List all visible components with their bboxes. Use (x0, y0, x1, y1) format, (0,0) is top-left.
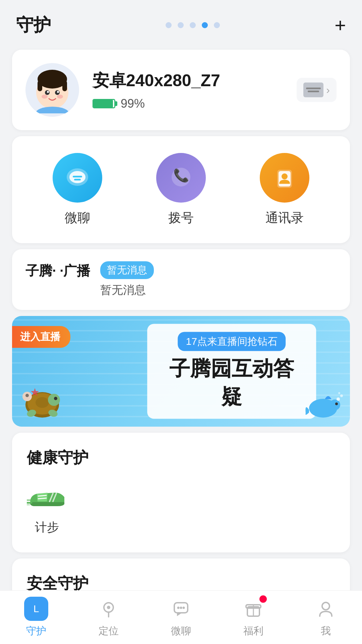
svg-point-36 (338, 392, 340, 394)
action-dial[interactable]: 📞 拨号 (156, 153, 206, 226)
dot-4-active (202, 22, 208, 28)
dot-1 (166, 22, 172, 28)
svg-point-29 (25, 394, 29, 397)
contacts-label: 通讯录 (265, 209, 304, 226)
dolphin-decoration (303, 390, 343, 423)
action-weichat[interactable]: 微聊 (53, 153, 102, 226)
action-contacts[interactable]: 通讯录 (260, 153, 309, 226)
svg-point-11 (36, 107, 69, 113)
nav-me[interactable]: 我 (290, 597, 362, 638)
svg-line-38 (38, 498, 46, 499)
svg-point-8 (42, 95, 48, 99)
svg-point-6 (47, 91, 49, 93)
svg-point-33 (335, 402, 338, 405)
svg-point-55 (322, 602, 329, 610)
svg-point-46 (107, 606, 110, 609)
dot-3 (190, 22, 196, 28)
nav-welfare[interactable]: 福利 (217, 597, 290, 638)
page-indicator (166, 22, 220, 28)
weichat-icon (53, 153, 102, 203)
guard-icon: L (29, 601, 44, 616)
health-items: 计步 (27, 480, 335, 536)
svg-point-7 (57, 91, 59, 93)
welfare-icon (245, 600, 262, 618)
broadcast-badge: 暂无消息 (100, 261, 154, 279)
me-icon (317, 600, 335, 618)
broadcast-title: 子腾· ·广播 (25, 261, 90, 280)
weichat-label: 微聊 (65, 209, 90, 226)
profile-detail-button[interactable]: › (297, 78, 337, 102)
svg-point-20 (282, 173, 288, 179)
health-section-title: 健康守护 (27, 447, 335, 468)
svg-point-32 (329, 399, 340, 410)
nav-guard-label: 守护 (26, 624, 46, 638)
steps-item[interactable]: 计步 (27, 480, 67, 536)
turtle-decoration (19, 383, 66, 420)
svg-point-50 (180, 607, 182, 609)
svg-point-24 (48, 394, 60, 406)
nav-chat[interactable]: 微聊 (145, 597, 217, 638)
location-icon (100, 600, 117, 618)
id-card-icon (303, 83, 323, 97)
arrow-right-icon: › (326, 84, 330, 96)
svg-point-34 (337, 397, 340, 401)
nav-welfare-label: 福利 (243, 624, 263, 638)
svg-rect-3 (62, 80, 67, 91)
svg-text:L: L (34, 603, 39, 614)
svg-point-49 (177, 607, 180, 609)
bottom-navigation: L 守护 定位 微聊 (0, 590, 362, 644)
svg-line-37 (38, 495, 46, 496)
dot-2 (178, 22, 184, 28)
nav-location[interactable]: 定位 (72, 597, 145, 638)
profile-name: 安卓240x280_Z7 (93, 69, 283, 92)
profile-card: 安卓240x280_Z7 99% › (12, 50, 350, 130)
svg-point-25 (54, 397, 57, 400)
nav-me-label: 我 (321, 624, 331, 638)
svg-point-35 (340, 394, 343, 397)
svg-point-23 (36, 397, 49, 408)
banner-main-text: 子腾园互动答疑 (164, 355, 299, 411)
banner-diamond-text: 17点来直播间抢钻石 (178, 332, 286, 351)
steps-icon (27, 480, 67, 514)
battery-icon (93, 99, 115, 108)
broadcast-card: 子腾· ·广播 暂无消息 暂无消息 (12, 249, 350, 310)
broadcast-subtitle: 暂无消息 (100, 282, 337, 298)
chat-icon (172, 600, 190, 618)
nav-location-label: 定位 (99, 624, 119, 638)
svg-rect-15 (74, 179, 81, 180)
quick-actions-card: 微聊 📞 拨号 通讯录 (12, 136, 350, 243)
nav-chat-label: 微聊 (171, 624, 191, 638)
avatar (25, 63, 79, 117)
banner-content-box: 17点来直播间抢钻石 子腾园互动答疑 (147, 324, 316, 419)
live-banner[interactable]: 进入直播 17点来直播 (12, 316, 350, 427)
health-section: 健康守护 (12, 433, 350, 552)
svg-point-9 (57, 95, 63, 99)
top-navigation: 守护 + (0, 0, 362, 44)
svg-rect-2 (38, 80, 42, 91)
svg-rect-14 (73, 176, 82, 177)
nav-guard-active-bg: L (24, 597, 48, 621)
dot-5 (214, 22, 220, 28)
avatar-svg (29, 66, 76, 113)
dial-label: 拨号 (168, 209, 194, 226)
battery-percent: 99% (121, 97, 145, 111)
welfare-badge (259, 595, 267, 603)
svg-point-51 (183, 607, 185, 609)
broadcast-content: 暂无消息 暂无消息 (100, 261, 337, 298)
svg-text:📞: 📞 (173, 168, 189, 183)
add-button[interactable]: + (335, 15, 346, 35)
profile-info: 安卓240x280_Z7 99% (93, 69, 283, 111)
nav-guard[interactable]: L 守护 (0, 597, 72, 638)
live-button[interactable]: 进入直播 (12, 326, 70, 348)
steps-label: 计步 (35, 519, 59, 536)
battery-row: 99% (93, 97, 283, 111)
contacts-icon (260, 153, 309, 203)
page-title: 守护 (16, 13, 51, 37)
dial-icon: 📞 (156, 153, 206, 203)
